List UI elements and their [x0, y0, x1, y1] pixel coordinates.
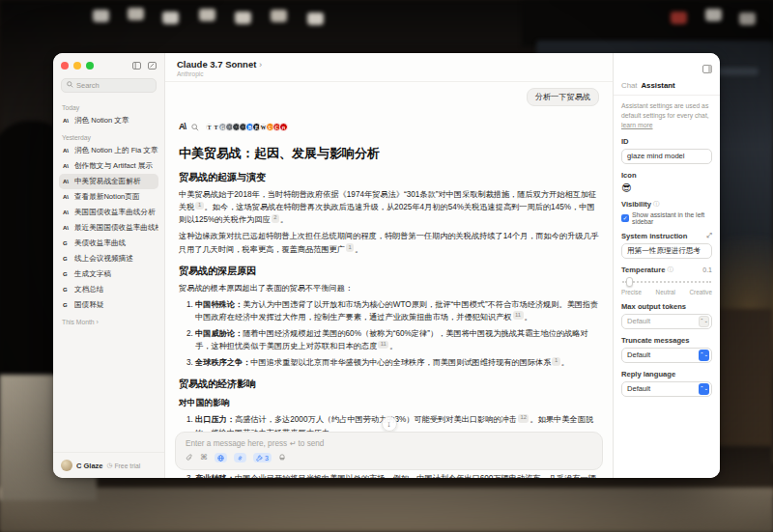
slider-handle[interactable] [626, 277, 633, 287]
causes-list: 中国特殊论：美方认为中国违背了以开放和市场为核心的WTO原则，批评“中国模式”不… [179, 298, 599, 370]
assistant-message-header: A\ T T G · · · B E W U C n [179, 118, 599, 135]
citation-badge[interactable]: 11 [513, 311, 524, 320]
claude-icon: A\ [63, 179, 71, 184]
expand-icon[interactable]: ⤢ [706, 232, 712, 239]
message-composer[interactable]: Enter a message here, press ↵ to send ⌘ … [175, 432, 603, 470]
sidebar-item-chat[interactable]: A\润色 Notion 文章 [59, 113, 158, 128]
stepper-icon[interactable]: ⌃⌄ [699, 383, 709, 395]
sidebar-item-chat[interactable]: A\最近美国国债收益率曲线松… [59, 220, 158, 236]
model-provider: Anthropic [177, 70, 601, 77]
avatar [61, 460, 72, 471]
citation-badge[interactable]: 11 [378, 341, 388, 350]
info-icon: ⓘ [653, 200, 660, 209]
gemini-icon: G [63, 240, 71, 246]
citation-badge[interactable]: 1 [552, 357, 559, 366]
temperature-slider[interactable] [622, 277, 711, 287]
claude-icon: A\ [63, 210, 71, 215]
source-favicon[interactable]: n [279, 123, 288, 131]
sidebar-item-chat[interactable]: A\美国国债收益率曲线分析 [59, 205, 158, 220]
temperature-label: Temperatureⓘ0.1 [621, 266, 712, 274]
clear-context-icon[interactable] [278, 454, 286, 462]
gemini-icon: G [63, 287, 71, 293]
paragraph: 这种边缘政策对抗已远超特朗普上次担任总统期间的程度，特朗普第一任期内的关税战持续… [179, 230, 599, 255]
checkbox-checked-icon[interactable]: ✓ [621, 214, 629, 222]
sidebar: Search Today A\润色 Notion 文章 Yesterday A\… [53, 53, 165, 478]
command-shortcut-icon[interactable]: ⌘ [200, 454, 208, 462]
sidebar-header [53, 53, 164, 73]
visibility-checkbox-row[interactable]: ✓ Show assistant in the left sidebar [621, 211, 712, 225]
citation-badge[interactable]: 2 [272, 214, 279, 223]
scroll-to-bottom-button[interactable]: ↓ [382, 416, 397, 432]
claude-icon: A\ [63, 163, 71, 169]
sidebar-item-chat[interactable]: G美债收益率曲线 [59, 236, 158, 251]
icon-label: Icon [621, 171, 712, 180]
new-chat-icon[interactable] [148, 62, 157, 70]
tools-toggle[interactable]: 3 [253, 453, 272, 462]
sidebar-item-chat[interactable]: G生成文字稿 [59, 266, 158, 282]
close-window-button[interactable] [61, 62, 69, 70]
truncate-messages-select[interactable]: Default ⌃⌄ [621, 348, 712, 363]
model-selector[interactable]: Claude 3.7 Sonnet › Anthropic [165, 53, 613, 82]
tab-assistant[interactable]: Assistant [641, 81, 674, 90]
clock-icon: ◷ [107, 462, 113, 469]
sidebar-item-chat[interactable]: G线上会议视频摘述 [59, 251, 158, 266]
link-toggle[interactable] [234, 453, 246, 462]
list-item: 产业转移：中国企业已开始将目光投向美国以外的市场。例如，中国计划今年出口600万… [195, 472, 599, 478]
toggle-sidebar-icon[interactable] [132, 62, 141, 70]
system-instruction-input[interactable]: 用第一性原理进行思考 [621, 243, 712, 259]
list-item: 全球秩序之争：中国追求重塑以北京而非华盛顿为中心的全球秩序，而美国则试图维持现有… [195, 356, 599, 369]
account-footer[interactable]: C Glaze ◷Free trial [53, 452, 164, 478]
tab-chat[interactable]: Chat [621, 81, 637, 90]
search-input[interactable]: Search [61, 78, 157, 93]
stepper-icon[interactable]: ⌃⌄ [699, 316, 709, 327]
list-item: 中国威胁论：随着中国经济规模超过美国的60%（被称为“60%定律”），美国将中国… [195, 327, 599, 352]
anthropic-logo-icon: A\ [179, 122, 186, 131]
section-heading: 贸易战的经济影响 [179, 378, 599, 391]
sidebar-item-chat[interactable]: A\创作散文与 Artifact 展示 [59, 158, 158, 174]
reply-language-select[interactable]: Default ⌃⌄ [621, 381, 712, 397]
web-search-icon [191, 118, 199, 135]
web-search-toggle[interactable] [215, 453, 227, 462]
minimize-window-button[interactable] [73, 62, 81, 70]
sidebar-header-icons [132, 62, 157, 70]
composer-toolbar: ⌘ 3 [186, 453, 592, 462]
section-header-this-month[interactable]: This Month › [62, 319, 156, 325]
sidebar-item-chat[interactable]: A\润色 Notion 上的 Fia 文章 [59, 143, 158, 158]
panel-description: Assistant settings are used as default s… [621, 101, 712, 130]
id-input[interactable]: glaze mind model [621, 149, 712, 164]
reply-language-label: Reply language [621, 370, 712, 378]
truncate-messages-label: Truncate messages [621, 336, 712, 345]
sidebar-item-chat[interactable]: G文档总结 [59, 282, 158, 297]
sidebar-item-chat-selected[interactable]: A\中美贸易战全面解析 [59, 174, 158, 189]
id-label: ID [621, 137, 712, 146]
source-favicons[interactable]: T T G · · · B E W U C n [205, 123, 288, 131]
assistant-emoji[interactable]: 😎 [621, 182, 712, 193]
sidebar-item-chat[interactable]: A\查看最新Notion页面 [59, 189, 158, 205]
gemini-icon: G [63, 256, 71, 262]
section-header-today: Today [62, 104, 156, 111]
stepper-icon[interactable]: ⌃⌄ [699, 350, 709, 361]
app-window: Search Today A\润色 Notion 文章 Yesterday A\… [53, 53, 720, 478]
panel-tabs: Chat Assistant [614, 77, 720, 96]
search-icon [67, 81, 73, 90]
citation-badge[interactable]: 12 [518, 414, 529, 423]
learn-more-link[interactable]: learn more [621, 122, 653, 128]
chat-history-list: Today A\润色 Notion 文章 Yesterday A\润色 Noti… [53, 97, 164, 452]
slider-label-creative: Creative [690, 289, 712, 295]
slider-track [622, 281, 711, 283]
max-tokens-select[interactable]: Default ⌃⌄ [621, 314, 712, 329]
assistant-settings-panel: Chat Assistant Assistant settings are us… [613, 53, 720, 478]
toggle-right-panel-icon[interactable] [702, 60, 712, 77]
info-icon: ⓘ [667, 266, 673, 274]
trial-badge: ◷Free trial [107, 462, 141, 469]
claude-icon: A\ [63, 118, 71, 124]
claude-icon: A\ [63, 194, 71, 200]
attachment-icon[interactable] [186, 454, 193, 462]
zoom-window-button[interactable] [86, 62, 94, 70]
sidebar-item-chat[interactable]: G国债释疑 [59, 297, 158, 313]
paragraph: 中美贸易战始于2018年，当时特朗普政府依据《1974年贸易法》“301条款”对… [179, 188, 599, 226]
citation-badge[interactable]: 1 [346, 243, 354, 252]
citation-badge[interactable]: 1 [195, 202, 203, 210]
max-tokens-label: Max output tokens [621, 302, 712, 311]
tools-count: 3 [265, 455, 269, 462]
